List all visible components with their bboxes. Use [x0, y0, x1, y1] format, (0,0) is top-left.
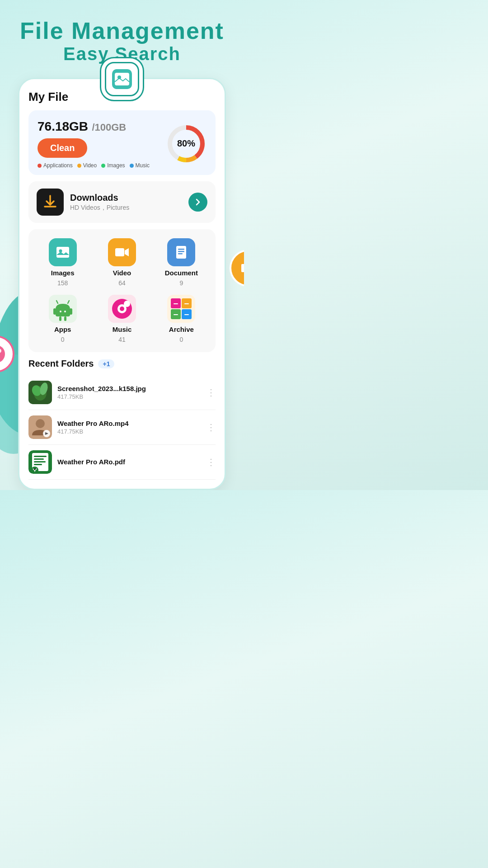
svg-rect-25: [70, 308, 72, 315]
svg-rect-12: [56, 247, 69, 258]
grid-item-document[interactable]: Document 9: [159, 238, 204, 287]
svg-rect-15: [115, 248, 124, 256]
legend-dot-video: [77, 164, 81, 168]
float-video-icon: [230, 250, 244, 287]
file-thumb-3: [28, 450, 52, 474]
legend-applications: Applications: [38, 162, 73, 169]
file-info-3: Weather Pro ARo.pdf: [57, 458, 201, 467]
music-icon: [108, 295, 136, 323]
grid-item-music[interactable]: Music 41: [99, 295, 145, 343]
file-more-2[interactable]: ⋮: [206, 422, 216, 433]
file-name-1: Screenshot_2023...k158.jpg: [57, 385, 201, 392]
svg-rect-43: [184, 314, 189, 315]
file-name-3: Weather Pro ARo.pdf: [57, 458, 201, 466]
storage-card: 76.18GB /100GB Clean Applications Video: [28, 110, 216, 175]
music-count: 41: [118, 336, 126, 343]
grid-item-video[interactable]: Video 64: [99, 238, 145, 287]
grid-row-1: Images 158 Video 64: [33, 238, 211, 287]
recent-title: Recent Folders: [28, 359, 94, 369]
file-item-2[interactable]: Weather Pro ARo.mp4 417.75KB ⋮: [28, 410, 216, 445]
archive-icon: [167, 295, 195, 323]
file-name-2: Weather Pro ARo.mp4: [57, 420, 201, 427]
video-count: 64: [118, 279, 126, 287]
categories-grid: Images 158 Video 64: [28, 229, 216, 352]
svg-point-28: [60, 311, 61, 312]
svg-rect-55: [34, 461, 46, 462]
grid-item-images[interactable]: Images 158: [40, 238, 85, 287]
archive-count: 0: [179, 336, 183, 343]
legend-music: Music: [130, 162, 150, 169]
images-icon: [49, 238, 77, 266]
svg-rect-26: [59, 316, 61, 321]
storage-donut-chart: 80%: [166, 123, 206, 164]
svg-rect-40: [174, 303, 178, 304]
file-more-1[interactable]: ⋮: [206, 387, 216, 398]
svg-rect-41: [184, 303, 189, 304]
images-label: Images: [51, 269, 75, 277]
music-label: Music: [113, 326, 132, 333]
storage-total: /100GB: [92, 122, 126, 133]
phone-frame: My File 76.18GB /100GB Clean Application…: [18, 78, 226, 490]
svg-rect-54: [34, 458, 44, 460]
archive-label: Archive: [169, 326, 194, 333]
float-image-icon-top: [105, 62, 139, 96]
svg-rect-20: [178, 253, 183, 255]
file-size-1: 417.75KB: [57, 393, 201, 400]
downloads-card[interactable]: Downloads HD Videos，Pictures: [28, 181, 216, 223]
document-icon: [167, 238, 195, 266]
svg-rect-24: [53, 308, 56, 315]
video-label: Video: [113, 269, 131, 277]
file-item-3[interactable]: Weather Pro ARo.pdf ⋮: [28, 445, 216, 480]
svg-rect-56: [34, 464, 42, 465]
file-more-3[interactable]: ⋮: [206, 457, 216, 467]
legend-video: Video: [77, 162, 97, 169]
svg-rect-5: [115, 73, 129, 85]
svg-point-33: [120, 307, 124, 311]
svg-point-34: [124, 301, 130, 307]
file-info-2: Weather Pro ARo.mp4 417.75KB: [57, 420, 201, 435]
document-label: Document: [165, 269, 198, 277]
downloads-arrow[interactable]: [188, 193, 207, 212]
svg-rect-18: [178, 249, 184, 250]
grid-item-apps[interactable]: Apps 0: [40, 295, 85, 343]
svg-rect-19: [178, 251, 184, 252]
recent-header: Recent Folders +1: [28, 359, 216, 369]
svg-rect-17: [176, 246, 186, 259]
svg-point-29: [64, 311, 66, 312]
file-list: Screenshot_2023...k158.jpg 417.75KB ⋮: [28, 375, 216, 480]
legend-dot-music: [130, 164, 134, 168]
grid-item-archive[interactable]: Archive 0: [159, 295, 204, 343]
storage-used: 76.18GB: [38, 119, 88, 133]
file-size-2: 417.75KB: [57, 428, 201, 435]
apps-icon: [49, 295, 77, 323]
storage-legend: Applications Video Images Music: [38, 162, 150, 169]
video-icon: [108, 238, 136, 266]
svg-rect-42: [174, 314, 178, 315]
downloads-text: Downloads HD Videos，Pictures: [70, 193, 182, 212]
grid-row-2: Apps 0 Music 41: [33, 295, 211, 343]
legend-dot-apps: [38, 164, 42, 168]
images-count: 158: [57, 279, 68, 287]
downloads-icon: [37, 189, 64, 216]
app-title-line1: File Management: [9, 18, 235, 44]
apps-count: 0: [61, 336, 65, 343]
recent-badge: +1: [98, 359, 114, 368]
apps-label: Apps: [54, 326, 71, 333]
app-title-line2: Easy Search: [9, 44, 235, 64]
legend-images: Images: [101, 162, 125, 169]
file-thumb-2: [28, 415, 52, 439]
svg-point-0: [0, 345, 5, 363]
storage-percent: 80%: [177, 138, 195, 149]
file-info-1: Screenshot_2023...k158.jpg 417.75KB: [57, 385, 201, 400]
svg-rect-53: [34, 456, 47, 457]
downloads-subtitle: HD Videos，Pictures: [70, 204, 182, 212]
document-count: 9: [179, 279, 183, 287]
clean-button[interactable]: Clean: [38, 138, 87, 158]
file-item-1[interactable]: Screenshot_2023...k158.jpg 417.75KB ⋮: [28, 375, 216, 410]
svg-point-49: [36, 419, 45, 428]
svg-rect-27: [64, 316, 66, 321]
legend-dot-images: [101, 164, 105, 168]
file-thumb-1: [28, 381, 52, 404]
downloads-name: Downloads: [70, 193, 182, 203]
storage-size: 76.18GB /100GB: [38, 118, 150, 134]
